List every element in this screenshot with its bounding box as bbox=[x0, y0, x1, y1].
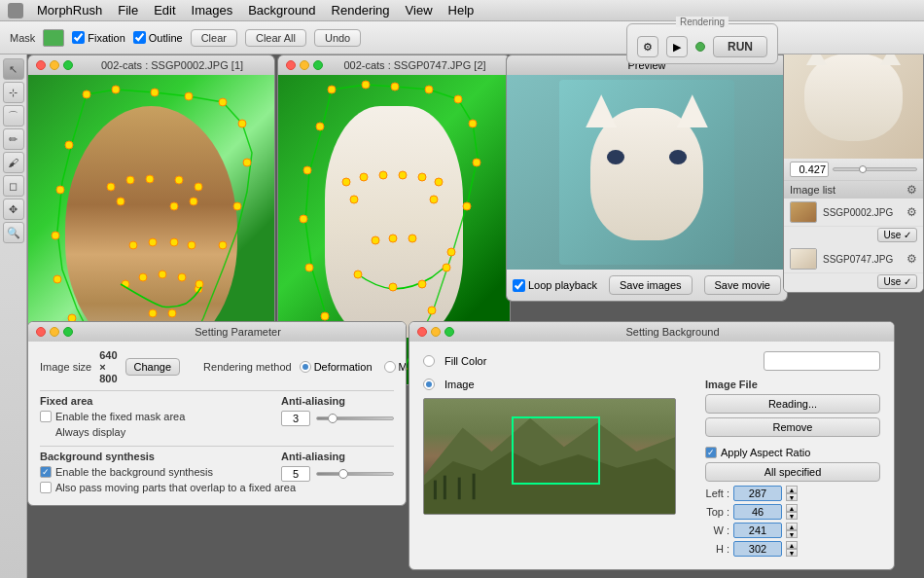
fixation-check[interactable]: Fixation bbox=[72, 31, 125, 44]
zoom-input[interactable]: 0.427 bbox=[790, 162, 829, 177]
apply-aspect-label: Apply Aspect Ratio bbox=[721, 447, 810, 458]
all-specified-button[interactable]: All specified bbox=[705, 462, 880, 482]
w-stepper[interactable]: ▲ ▼ bbox=[786, 523, 798, 538]
menu-file[interactable]: File bbox=[110, 1, 146, 19]
top-stepper-up[interactable]: ▲ bbox=[786, 504, 798, 512]
enable-bg-checkbox[interactable]: ✓ bbox=[40, 466, 52, 478]
setting-param-minimize[interactable] bbox=[50, 327, 59, 337]
rendering-play-icon[interactable]: ▶ bbox=[666, 36, 688, 57]
reading-button[interactable]: Reading... bbox=[705, 394, 880, 414]
menu-background[interactable]: Background bbox=[240, 1, 323, 19]
move-radio[interactable] bbox=[384, 361, 396, 373]
change-button[interactable]: Change bbox=[125, 358, 181, 376]
left-stepper-down[interactable]: ▼ bbox=[786, 493, 798, 501]
clear-all-button[interactable]: Clear All bbox=[245, 29, 306, 47]
setting-param-maximize[interactable] bbox=[63, 327, 73, 337]
preview-image bbox=[507, 75, 787, 270]
window2-maximize-btn[interactable] bbox=[313, 60, 323, 70]
window1-minimize-btn[interactable] bbox=[50, 60, 59, 70]
setting-param-title: Setting Parameter bbox=[78, 326, 398, 338]
w-stepper-down[interactable]: ▼ bbox=[786, 530, 798, 538]
enable-bg-row[interactable]: ✓ Enable the background synthesis bbox=[40, 466, 262, 478]
image-name-2: SSGP0747.JPG bbox=[823, 254, 901, 265]
svg-rect-73 bbox=[444, 476, 446, 500]
anti-alias-2-input[interactable]: 5 bbox=[281, 466, 310, 482]
w-stepper-up[interactable]: ▲ bbox=[786, 523, 798, 530]
tool-eraser[interactable]: ◻ bbox=[3, 175, 24, 197]
fill-color-input[interactable] bbox=[764, 351, 880, 371]
image-right: Image File Reading... Remove ✓ Apply Asp… bbox=[705, 379, 880, 560]
anti-alias-1-slider[interactable] bbox=[316, 416, 394, 420]
window1-maximize-btn[interactable] bbox=[63, 60, 73, 70]
outline-checkbox[interactable] bbox=[133, 31, 146, 44]
setting-param-close[interactable] bbox=[36, 327, 46, 337]
enable-fixed-mask-row[interactable]: Enable the fixed mask area bbox=[40, 411, 262, 422]
deformation-radio-item[interactable]: Deformation bbox=[300, 361, 373, 373]
h-stepper-up[interactable]: ▲ bbox=[786, 541, 798, 549]
setting-bg-maximize[interactable] bbox=[444, 327, 454, 337]
selection-rect[interactable] bbox=[512, 416, 599, 486]
setting-bg-close[interactable] bbox=[417, 327, 427, 337]
clear-button[interactable]: Clear bbox=[191, 29, 237, 47]
top-stepper-down[interactable]: ▼ bbox=[786, 512, 798, 520]
tool-cursor[interactable]: ↖ bbox=[3, 58, 24, 80]
also-pass-checkbox[interactable] bbox=[40, 482, 52, 493]
save-images-button[interactable]: Save images bbox=[609, 275, 693, 295]
tool-brush[interactable]: 🖌 bbox=[3, 152, 24, 173]
nav-cat-face bbox=[804, 54, 902, 141]
also-pass-row[interactable]: Also pass moving parts that overlap to a… bbox=[40, 482, 394, 493]
top-coord-input[interactable]: 46 bbox=[733, 504, 782, 520]
loop-playback-check[interactable]: Loop playback bbox=[513, 279, 597, 292]
enable-fixed-mask-checkbox[interactable] bbox=[40, 411, 52, 422]
window2-close-btn[interactable] bbox=[286, 60, 296, 70]
image-2-gear-icon[interactable]: ⚙ bbox=[906, 252, 917, 266]
menu-help[interactable]: Help bbox=[441, 1, 482, 19]
tool-select[interactable]: ⊹ bbox=[3, 82, 24, 103]
zoom-slider[interactable] bbox=[833, 167, 917, 171]
image-1-gear-icon[interactable]: ⚙ bbox=[906, 205, 917, 219]
fill-color-radio[interactable] bbox=[423, 355, 435, 367]
save-movie-button[interactable]: Save movie bbox=[704, 275, 781, 295]
undo-button[interactable]: Undo bbox=[314, 29, 361, 47]
image-radio[interactable] bbox=[423, 379, 435, 390]
image-list-gear-icon[interactable]: ⚙ bbox=[906, 183, 917, 197]
apply-aspect-checkbox[interactable]: ✓ bbox=[705, 447, 717, 458]
menu-app[interactable]: MorphRush bbox=[29, 1, 110, 19]
outline-check[interactable]: Outline bbox=[133, 31, 183, 44]
tool-zoom[interactable]: 🔍 bbox=[3, 222, 24, 243]
menu-images[interactable]: Images bbox=[184, 1, 241, 19]
anti-alias-2-slider[interactable] bbox=[316, 472, 394, 476]
remove-button[interactable]: Remove bbox=[705, 417, 880, 437]
tool-move[interactable]: ✥ bbox=[3, 199, 24, 220]
run-button[interactable]: RUN bbox=[713, 36, 767, 57]
menu-edit[interactable]: Edit bbox=[146, 1, 183, 19]
setting-bg-minimize[interactable] bbox=[431, 327, 441, 337]
mask-color-box[interactable] bbox=[43, 29, 64, 47]
rendering-settings-icon[interactable]: ⚙ bbox=[637, 36, 658, 57]
use-button-2[interactable]: Use ✓ bbox=[877, 274, 917, 289]
w-coord-label: W : bbox=[705, 524, 729, 536]
menu-view[interactable]: View bbox=[398, 1, 441, 19]
use-button-1[interactable]: Use ✓ bbox=[877, 228, 917, 242]
left-stepper-up[interactable]: ▲ bbox=[786, 486, 798, 493]
fixation-checkbox[interactable] bbox=[72, 31, 85, 44]
loop-playback-checkbox[interactable] bbox=[513, 279, 525, 292]
top-stepper[interactable]: ▲ ▼ bbox=[786, 504, 798, 520]
apply-aspect-row[interactable]: ✓ Apply Aspect Ratio bbox=[705, 447, 880, 458]
move-radio-item[interactable]: Move bbox=[384, 361, 407, 373]
menu-rendering[interactable]: Rendering bbox=[324, 1, 398, 19]
left-coord-input[interactable]: 287 bbox=[733, 486, 782, 501]
window2-minimize-btn[interactable] bbox=[300, 60, 309, 70]
rendering-status-dot bbox=[695, 42, 705, 52]
anti-alias-1-input[interactable]: 3 bbox=[281, 411, 310, 426]
h-coord-input[interactable]: 302 bbox=[733, 541, 782, 557]
tool-pen[interactable]: ✏ bbox=[3, 128, 24, 150]
h-stepper[interactable]: ▲ ▼ bbox=[786, 541, 798, 557]
left-stepper[interactable]: ▲ ▼ bbox=[786, 486, 798, 501]
tool-lasso[interactable]: ⌒ bbox=[3, 105, 24, 126]
w-coord-input[interactable]: 241 bbox=[733, 523, 782, 538]
always-display-row[interactable]: Always display bbox=[40, 426, 262, 438]
h-stepper-down[interactable]: ▼ bbox=[786, 549, 798, 557]
window1-close-btn[interactable] bbox=[36, 60, 46, 70]
deformation-radio[interactable] bbox=[300, 361, 311, 373]
